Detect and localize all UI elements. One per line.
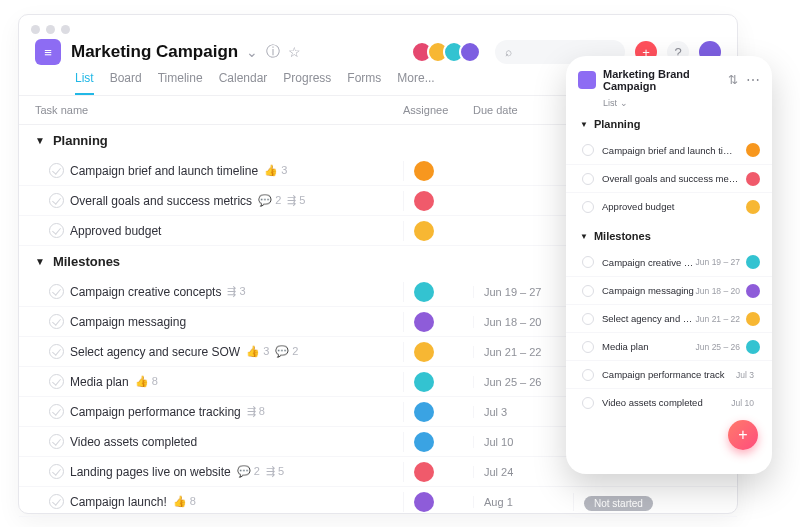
assignee-avatar[interactable] (414, 312, 434, 332)
assignee-avatar[interactable] (414, 282, 434, 302)
assignee-avatar[interactable] (746, 143, 760, 157)
status-pill[interactable]: Not started (584, 496, 653, 511)
mobile-task-row[interactable]: Approved budget (566, 192, 772, 220)
complete-toggle[interactable] (582, 173, 594, 185)
assignee-avatar[interactable] (746, 340, 760, 354)
task-title: Select agency and secure SOW (70, 345, 240, 359)
task-title: Approved budget (70, 224, 161, 238)
chevron-down-icon: ▼ (35, 256, 45, 267)
tab-list[interactable]: List (75, 71, 94, 95)
complete-toggle[interactable] (49, 374, 64, 389)
mobile-task-row[interactable]: Media planJun 25 – 26 (566, 332, 772, 360)
like-icon[interactable]: 👍 3 (246, 345, 269, 358)
star-icon[interactable]: ☆ (288, 44, 301, 60)
complete-toggle[interactable] (49, 404, 64, 419)
tab-calendar[interactable]: Calendar (219, 71, 268, 95)
due-date[interactable]: Jul 3 (473, 406, 573, 418)
subtask-icon[interactable]: ⇶ 3 (227, 285, 245, 298)
task-row[interactable]: Campaign launch!👍 8Aug 1Not started (19, 487, 737, 517)
assignee-avatar[interactable] (746, 284, 760, 298)
task-title: Media plan (602, 341, 696, 352)
complete-toggle[interactable] (582, 201, 594, 213)
complete-toggle[interactable] (49, 163, 64, 178)
like-icon[interactable]: 👍 8 (135, 375, 158, 388)
assignee-avatar[interactable] (414, 161, 434, 181)
due-date[interactable]: Jun 18 – 20 (473, 316, 573, 328)
complete-toggle[interactable] (582, 256, 594, 268)
window-titlebar (19, 15, 737, 29)
filter-icon[interactable]: ⇅ (728, 73, 738, 87)
assignee-avatar[interactable] (746, 312, 760, 326)
complete-toggle[interactable] (49, 223, 64, 238)
complete-toggle[interactable] (49, 193, 64, 208)
task-title: Campaign performance tracking (70, 405, 241, 419)
mobile-project-icon (578, 71, 596, 89)
traffic-light-close[interactable] (31, 25, 40, 34)
complete-toggle[interactable] (582, 341, 594, 353)
assignee-avatar[interactable] (414, 462, 434, 482)
mobile-task-row[interactable]: Campaign performance trackJul 3 (566, 360, 772, 388)
traffic-light-min[interactable] (46, 25, 55, 34)
mobile-task-row[interactable]: Campaign brief and launch timeline (566, 136, 772, 164)
assignee-avatar[interactable] (414, 342, 434, 362)
tab-progress[interactable]: Progress (283, 71, 331, 95)
header-avatars[interactable] (417, 41, 481, 63)
assignee-avatar[interactable] (746, 255, 760, 269)
complete-toggle[interactable] (49, 494, 64, 509)
more-icon[interactable]: ⋯ (746, 72, 760, 88)
assignee-avatar[interactable] (746, 172, 760, 186)
mobile-header: Marketing Brand Campaign ⇅ ⋯ (566, 56, 772, 98)
mobile-project-title: Marketing Brand Campaign (603, 68, 728, 92)
tab-timeline[interactable]: Timeline (158, 71, 203, 95)
like-icon[interactable]: 👍 3 (264, 164, 287, 177)
mobile-fab[interactable]: + (728, 420, 758, 450)
comment-icon[interactable]: 💬 2 (258, 194, 281, 207)
due-date[interactable]: Aug 1 (473, 496, 573, 508)
complete-toggle[interactable] (49, 284, 64, 299)
mobile-task-row[interactable]: Campaign messagingJun 18 – 20 (566, 276, 772, 304)
assignee-avatar[interactable] (414, 402, 434, 422)
task-title: Select agency and sec (602, 313, 696, 324)
comment-icon[interactable]: 💬 2 (237, 465, 260, 478)
mobile-task-row[interactable]: Campaign creative concJun 19 – 27 (566, 248, 772, 276)
complete-toggle[interactable] (49, 434, 64, 449)
info-icon[interactable]: ⓘ (266, 43, 280, 61)
task-title: Overall goals and success metrics (70, 194, 252, 208)
mobile-task-row[interactable]: Video assets completedJul 10 (566, 388, 772, 416)
assignee-avatar[interactable] (414, 191, 434, 211)
due-date[interactable]: Jun 19 – 27 (473, 286, 573, 298)
mobile-task-row[interactable]: Select agency and secJun 21 – 22 (566, 304, 772, 332)
complete-toggle[interactable] (582, 313, 594, 325)
subtask-icon[interactable]: ⇶ 8 (247, 405, 265, 418)
mobile-section-header[interactable]: ▼Planning (566, 108, 772, 136)
assignee-avatar[interactable] (414, 372, 434, 392)
due-date[interactable]: Jun 25 – 26 (473, 376, 573, 388)
mobile-task-row[interactable]: Overall goals and success metrics (566, 164, 772, 192)
like-icon[interactable]: 👍 8 (173, 495, 196, 508)
mobile-view-label[interactable]: List ⌄ (566, 98, 772, 108)
avatar[interactable] (459, 41, 481, 63)
assignee-avatar[interactable] (414, 221, 434, 241)
assignee-avatar[interactable] (414, 492, 434, 512)
due-date[interactable]: Jul 24 (473, 466, 573, 478)
due-date[interactable]: Jul 10 (473, 436, 573, 448)
subtask-icon[interactable]: ⇶ 5 (266, 465, 284, 478)
complete-toggle[interactable] (582, 285, 594, 297)
complete-toggle[interactable] (49, 314, 64, 329)
tab-more[interactable]: More... (397, 71, 434, 95)
mobile-section-header[interactable]: ▼Milestones (566, 220, 772, 248)
subtask-icon[interactable]: ⇶ 5 (287, 194, 305, 207)
due-date[interactable]: Jun 21 – 22 (473, 346, 573, 358)
complete-toggle[interactable] (582, 144, 594, 156)
complete-toggle[interactable] (582, 397, 594, 409)
chevron-down-icon[interactable]: ⌄ (246, 44, 258, 60)
assignee-avatar[interactable] (414, 432, 434, 452)
complete-toggle[interactable] (49, 344, 64, 359)
assignee-avatar[interactable] (746, 200, 760, 214)
tab-forms[interactable]: Forms (347, 71, 381, 95)
tab-board[interactable]: Board (110, 71, 142, 95)
complete-toggle[interactable] (582, 369, 594, 381)
traffic-light-max[interactable] (61, 25, 70, 34)
complete-toggle[interactable] (49, 464, 64, 479)
comment-icon[interactable]: 💬 2 (275, 345, 298, 358)
